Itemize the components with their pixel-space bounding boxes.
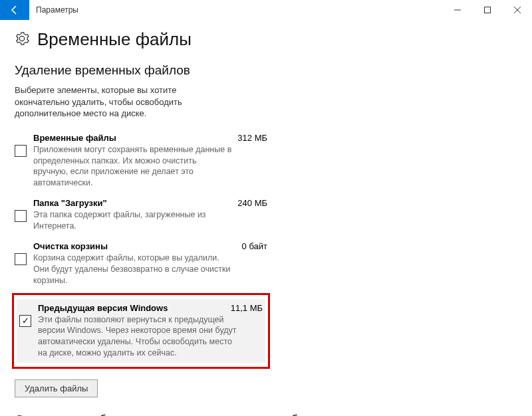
gear-icon [15,31,29,48]
list-item-temp-files[interactable]: Временные файлы 312 МБ Приложения могут … [15,130,267,196]
minimize-icon [454,7,461,13]
item-title: Очистка корзины [33,241,108,251]
temp-files-list: Временные файлы 312 МБ Приложения могут … [15,130,517,369]
page-title: Временные файлы [37,29,192,50]
list-item-previous-windows[interactable]: Предыдущая версия Windows 11,1 МБ Эти фа… [17,299,265,364]
section-description: Выберите элементы, которые вы хотите око… [15,84,214,120]
window-controls [442,0,532,20]
highlighted-item-frame: Предыдущая версия Windows 11,1 МБ Эти фа… [12,293,270,369]
svg-rect-1 [484,7,490,13]
item-title: Временные файлы [33,133,116,143]
item-description: Приложения могут сохранять временные дан… [33,144,233,189]
list-item-recycle-bin[interactable]: Очистка корзины 0 байт Корзина содержит … [15,239,267,293]
back-button[interactable] [0,0,29,20]
content-area: Временные файлы Удаление временных файло… [0,20,532,416]
section-heading: Удаление временных файлов [15,63,517,78]
item-body: Папка "Загрузки" 240 МБ Эта папка содерж… [33,198,267,232]
item-body: Предыдущая версия Windows 11,1 МБ Эти фа… [38,303,263,360]
pending-heading: Ожидающие обновления и предварительные с… [15,412,517,416]
item-size: 312 МБ [227,133,267,143]
item-title: Папка "Загрузки" [33,198,107,208]
item-size: 0 байт [227,241,267,251]
close-icon [514,7,521,13]
minimize-button[interactable] [442,0,472,20]
page-header: Временные файлы [15,29,517,50]
item-size: 11,1 МБ [223,303,263,313]
item-description: Эти файлы позволяют вернуться к предыдущ… [38,314,237,360]
checkbox[interactable] [15,210,27,222]
close-button[interactable] [502,0,532,20]
list-item-downloads[interactable]: Папка "Загрузки" 240 МБ Эта папка содерж… [15,195,267,239]
checkbox[interactable] [15,253,27,265]
item-title: Предыдущая версия Windows [38,303,168,313]
delete-files-button[interactable]: Удалить файлы [15,379,98,397]
arrow-left-icon [9,5,20,15]
titlebar: Параметры [0,0,532,20]
item-description: Эта папка содержит файлы, загруженные из… [33,209,233,232]
maximize-button[interactable] [472,0,502,20]
window-title: Параметры [29,5,442,15]
item-body: Временные файлы 312 МБ Приложения могут … [33,133,267,189]
item-body: Очистка корзины 0 байт Корзина содержит … [33,241,267,286]
maximize-icon [484,7,491,13]
item-size: 240 МБ [227,198,267,208]
item-description: Корзина содержит файлы, которые вы удали… [33,253,233,286]
checkbox[interactable] [15,145,27,157]
checkbox[interactable] [19,315,31,327]
